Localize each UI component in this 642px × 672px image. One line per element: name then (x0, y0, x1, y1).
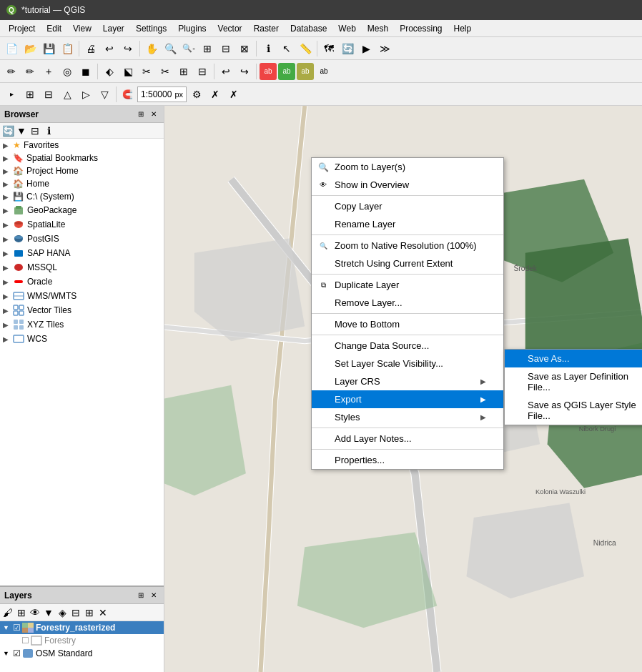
menu-database[interactable]: Database (285, 22, 332, 35)
label3-btn[interactable]: ab (297, 63, 314, 80)
digitize2-btn[interactable]: ✗ (207, 86, 224, 103)
measure-btn[interactable]: 📏 (297, 40, 314, 57)
move-feat-btn[interactable]: ⬕ (119, 63, 137, 80)
paste-feat-btn[interactable]: ⊟ (194, 63, 211, 80)
layer-osm-standard[interactable]: ▼ ☑ OSM Standard (0, 647, 164, 660)
filter-layer-btn[interactable]: ▼ (42, 606, 55, 619)
browser-wcs[interactable]: ▶ WCS (0, 332, 164, 346)
filter-by-map-btn[interactable]: ◈ (56, 606, 69, 619)
cm-set-scale[interactable]: Set Layer Scale Visibility... (312, 355, 503, 372)
layer-forestry[interactable]: ☐ Forestry (0, 634, 164, 647)
collapse-all-btn[interactable]: ⊞ (83, 606, 96, 619)
filter-btn[interactable]: ▶ (357, 40, 375, 57)
zoom-full-btn[interactable]: ⊞ (199, 40, 216, 57)
menu-mesh[interactable]: Mesh (362, 22, 394, 35)
advanced-btn[interactable]: ⚙ (188, 86, 205, 103)
zoom-select-btn[interactable]: ⊠ (236, 40, 253, 57)
cm-copy-layer[interactable]: Copy Layer (312, 197, 503, 215)
cm-duplicate-layer[interactable]: ⧉ Duplicate Layer (312, 276, 503, 294)
browser-refresh-btn[interactable]: 🔄 (1, 124, 14, 137)
redo2-btn[interactable]: ↪ (236, 63, 253, 80)
cm-styles[interactable]: Styles ▶ (312, 408, 503, 426)
browser-info-btn[interactable]: ℹ (42, 124, 55, 137)
redo-btn[interactable]: ↪ (119, 40, 137, 57)
browser-collapse-btn[interactable]: ⊟ (29, 124, 41, 137)
add-feature-btn[interactable]: + (40, 63, 57, 80)
sm-save-qgis-style[interactable]: Save as QGIS Layer Style File... (505, 396, 642, 425)
print-btn[interactable]: 🖨 (82, 40, 99, 57)
sm-save-layer-def[interactable]: Save as Layer Definition File... (505, 367, 642, 396)
label4-btn[interactable]: ab (315, 63, 332, 80)
browser-xyz-tiles[interactable]: ▶ XYZ Tiles (0, 317, 164, 332)
browser-favorites[interactable]: ▶ ★ Favorites (0, 139, 164, 152)
show-hidden-btn[interactable]: 👁 (29, 606, 41, 619)
snap1-btn[interactable]: ▸ (3, 86, 20, 103)
menu-project[interactable]: Project (3, 22, 41, 35)
cm-export[interactable]: Export ▶ (312, 390, 503, 408)
refresh-btn[interactable]: 🔄 (339, 40, 356, 57)
snap3-btn[interactable]: ⊟ (40, 86, 57, 103)
map-area[interactable]: WWG 545 545 Środek Nibork Drugi Kolonia … (164, 106, 642, 672)
cm-stretch-extent[interactable]: Stretch Using Current Extent (312, 255, 503, 272)
zoom-in-btn[interactable]: 🔍 (162, 40, 179, 57)
identify-btn[interactable]: ℹ (260, 40, 277, 57)
menu-settings[interactable]: Settings (130, 22, 172, 35)
remove-layer-btn[interactable]: ✕ (97, 606, 109, 619)
menu-layer[interactable]: Layer (97, 22, 130, 35)
add-part-btn[interactable]: ◼ (77, 63, 94, 80)
menu-web[interactable]: Web (332, 22, 361, 35)
add-group-btn[interactable]: ⊞ (15, 606, 28, 619)
menu-help[interactable]: Help (448, 22, 478, 35)
save-as-btn[interactable]: 📋 (59, 40, 76, 57)
checkbox-osm[interactable]: ☑ (13, 648, 21, 658)
cm-zoom-layers[interactable]: 🔍 Zoom to Layer(s) (312, 158, 503, 176)
label-btn[interactable]: ab (260, 63, 277, 80)
menu-processing[interactable]: Processing (394, 22, 448, 35)
browser-geopackage[interactable]: ▶ GeoPackage (0, 203, 164, 217)
menu-edit[interactable]: Edit (41, 22, 67, 35)
browser-sap[interactable]: ▶ SAP HANA (0, 246, 164, 260)
cm-properties[interactable]: Properties... (312, 451, 503, 469)
snap2-btn[interactable]: ⊞ (21, 86, 39, 103)
digitize3-btn[interactable]: ✗ (225, 86, 242, 103)
browser-spatialite[interactable]: ▶ SpatiaLite (0, 217, 164, 232)
browser-oracle[interactable]: ▶ Oracle (0, 275, 164, 289)
node-tool-btn[interactable]: ⬖ (101, 63, 118, 80)
open-layer-style-btn[interactable]: 🖌 (1, 606, 14, 619)
zoom-out-btn[interactable]: 🔍- (180, 40, 197, 57)
browser-spatial-bookmarks[interactable]: ▶ 🔖 Spatial Bookmarks (0, 152, 164, 164)
delete-feat-btn[interactable]: ✂ (138, 63, 155, 80)
select-btn[interactable]: ↖ (278, 40, 295, 57)
checkbox-empty[interactable]: ☐ (21, 636, 29, 646)
edit2-btn[interactable]: ✏ (21, 63, 39, 80)
browser-home[interactable]: ▶ 🏠 Home (0, 177, 164, 190)
browser-wms[interactable]: ▶ WMS/WMTS (0, 289, 164, 303)
cm-layer-crs[interactable]: Layer CRS ▶ (312, 372, 503, 390)
cm-add-notes[interactable]: Add Layer Notes... (312, 430, 503, 448)
browser-filter-btn[interactable]: ▼ (15, 124, 28, 137)
zoom-layer-btn[interactable]: ⊟ (217, 40, 234, 57)
cm-remove-layer[interactable]: Remove Layer... (312, 294, 503, 312)
copy-feat-btn[interactable]: ⊞ (175, 63, 192, 80)
layers-close-btn[interactable]: ✕ (148, 590, 159, 601)
menu-view[interactable]: View (67, 22, 97, 35)
cm-change-source[interactable]: Change Data Source... (312, 337, 503, 355)
undo2-btn[interactable]: ↩ (217, 63, 234, 80)
add-ring-btn[interactable]: ◎ (59, 63, 76, 80)
snap4-btn[interactable]: △ (59, 86, 76, 103)
expand-all-btn[interactable]: ⊟ (69, 606, 82, 619)
menu-vector[interactable]: Vector (212, 22, 248, 35)
cut-feat-btn[interactable]: ✂ (157, 63, 174, 80)
browser-drive[interactable]: ▶ 💾 C:\ (System) (0, 190, 164, 203)
pan-btn[interactable]: ✋ (143, 40, 160, 57)
browser-postgis[interactable]: ▶ PostGIS (0, 232, 164, 246)
sm-save-as[interactable]: Save As... (505, 350, 642, 367)
label2-btn[interactable]: ab (278, 63, 295, 80)
layer-forestry-rasterized[interactable]: ▼ ☑ Forestry_rasterized (0, 621, 164, 634)
cm-rename-layer[interactable]: Rename Layer (312, 215, 503, 233)
cm-move-bottom[interactable]: Move to Bottom (312, 315, 503, 333)
new-project-btn[interactable]: 📄 (3, 40, 20, 57)
browser-toggle-btn[interactable]: ⊞ (135, 109, 147, 120)
browser-close-btn[interactable]: ✕ (148, 109, 159, 120)
open-project-btn[interactable]: 📂 (21, 40, 39, 57)
